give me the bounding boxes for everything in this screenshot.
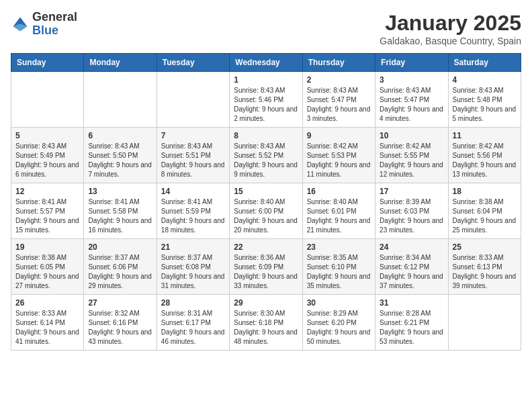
- day-info: Sunrise: 8:32 AMSunset: 6:16 PMDaylight:…: [88, 309, 152, 347]
- day-info: Sunrise: 8:38 AMSunset: 6:05 PMDaylight:…: [15, 253, 79, 291]
- day-info: Sunrise: 8:39 AMSunset: 6:03 PMDaylight:…: [380, 197, 443, 235]
- day-info: Sunrise: 8:28 AMSunset: 6:21 PMDaylight:…: [380, 309, 443, 347]
- day-number: 27: [88, 298, 152, 308]
- calendar-cell: 29Sunrise: 8:30 AMSunset: 6:18 PMDayligh…: [230, 295, 302, 351]
- calendar-cell: 27Sunrise: 8:32 AMSunset: 6:16 PMDayligh…: [84, 295, 157, 351]
- calendar-cell: 2Sunrise: 8:43 AMSunset: 5:47 PMDaylight…: [302, 72, 375, 128]
- day-number: 9: [307, 131, 371, 140]
- day-number: 28: [161, 298, 225, 308]
- weekday-header-friday: Friday: [375, 54, 448, 72]
- day-info: Sunrise: 8:40 AMSunset: 6:00 PMDaylight:…: [234, 197, 298, 235]
- day-number: 10: [380, 131, 443, 140]
- calendar-cell: 14Sunrise: 8:41 AMSunset: 5:59 PMDayligh…: [157, 183, 229, 239]
- day-info: Sunrise: 8:38 AMSunset: 6:04 PMDaylight:…: [453, 197, 517, 235]
- calendar-cell: 16Sunrise: 8:40 AMSunset: 6:01 PMDayligh…: [302, 183, 375, 239]
- calendar-cell: 13Sunrise: 8:41 AMSunset: 5:58 PMDayligh…: [84, 183, 157, 239]
- day-number: 18: [453, 187, 517, 196]
- calendar-cell: 9Sunrise: 8:42 AMSunset: 5:53 PMDaylight…: [302, 128, 375, 183]
- day-info: Sunrise: 8:43 AMSunset: 5:47 PMDaylight:…: [380, 86, 443, 124]
- day-info: Sunrise: 8:41 AMSunset: 5:57 PMDaylight:…: [15, 197, 79, 235]
- weekday-header-thursday: Thursday: [302, 54, 375, 72]
- calendar-cell: 6Sunrise: 8:43 AMSunset: 5:50 PMDaylight…: [84, 128, 157, 183]
- weekday-header-monday: Monday: [84, 54, 157, 72]
- calendar-week-row: 5Sunrise: 8:43 AMSunset: 5:49 PMDaylight…: [11, 128, 521, 183]
- day-info: Sunrise: 8:30 AMSunset: 6:18 PMDaylight:…: [234, 309, 298, 347]
- day-info: Sunrise: 8:34 AMSunset: 6:12 PMDaylight:…: [380, 253, 443, 291]
- title-block: January 2025 Galdakao, Basque Country, S…: [380, 11, 521, 46]
- day-number: 4: [453, 75, 517, 85]
- calendar-cell: 26Sunrise: 8:33 AMSunset: 6:14 PMDayligh…: [11, 295, 84, 351]
- calendar-cell: 20Sunrise: 8:37 AMSunset: 6:06 PMDayligh…: [84, 239, 157, 295]
- day-info: Sunrise: 8:42 AMSunset: 5:55 PMDaylight:…: [380, 142, 443, 179]
- day-info: Sunrise: 8:31 AMSunset: 6:17 PMDaylight:…: [161, 309, 225, 347]
- day-number: 31: [380, 298, 443, 308]
- calendar-cell: 7Sunrise: 8:43 AMSunset: 5:51 PMDaylight…: [157, 128, 229, 183]
- calendar-cell: 10Sunrise: 8:42 AMSunset: 5:55 PMDayligh…: [375, 128, 448, 183]
- day-number: 2: [307, 75, 371, 85]
- day-info: Sunrise: 8:43 AMSunset: 5:48 PMDaylight:…: [453, 86, 517, 124]
- day-info: Sunrise: 8:43 AMSunset: 5:50 PMDaylight:…: [88, 142, 152, 179]
- calendar-cell: 31Sunrise: 8:28 AMSunset: 6:21 PMDayligh…: [375, 295, 448, 351]
- calendar-week-row: 26Sunrise: 8:33 AMSunset: 6:14 PMDayligh…: [11, 295, 521, 351]
- day-number: 7: [161, 131, 225, 140]
- calendar-cell: 18Sunrise: 8:38 AMSunset: 6:04 PMDayligh…: [448, 183, 521, 239]
- day-info: Sunrise: 8:37 AMSunset: 6:06 PMDaylight:…: [88, 253, 152, 291]
- day-number: 19: [15, 242, 79, 252]
- logo-icon: [11, 15, 30, 34]
- day-number: 3: [380, 75, 443, 85]
- day-info: Sunrise: 8:43 AMSunset: 5:46 PMDaylight:…: [234, 86, 298, 124]
- day-number: 20: [88, 242, 152, 252]
- weekday-header-wednesday: Wednesday: [230, 54, 302, 72]
- calendar-cell: [84, 72, 157, 128]
- day-number: 23: [307, 242, 371, 252]
- day-number: 1: [234, 75, 298, 85]
- weekday-header-saturday: Saturday: [448, 54, 521, 72]
- day-number: 26: [15, 298, 79, 308]
- calendar-cell: 25Sunrise: 8:33 AMSunset: 6:13 PMDayligh…: [448, 239, 521, 295]
- logo-blue-text: Blue: [32, 24, 58, 37]
- calendar-cell: 11Sunrise: 8:42 AMSunset: 5:56 PMDayligh…: [448, 128, 521, 183]
- calendar-cell: 5Sunrise: 8:43 AMSunset: 5:49 PMDaylight…: [11, 128, 84, 183]
- logo: General Blue: [11, 11, 77, 38]
- day-info: Sunrise: 8:33 AMSunset: 6:13 PMDaylight:…: [453, 253, 517, 291]
- calendar-cell: 21Sunrise: 8:37 AMSunset: 6:08 PMDayligh…: [157, 239, 229, 295]
- day-info: Sunrise: 8:41 AMSunset: 5:58 PMDaylight:…: [88, 197, 152, 235]
- day-number: 25: [453, 242, 517, 252]
- month-title: January 2025: [380, 11, 521, 36]
- calendar-cell: 8Sunrise: 8:43 AMSunset: 5:52 PMDaylight…: [230, 128, 302, 183]
- calendar-cell: 15Sunrise: 8:40 AMSunset: 6:00 PMDayligh…: [230, 183, 302, 239]
- day-info: Sunrise: 8:43 AMSunset: 5:52 PMDaylight:…: [234, 142, 298, 179]
- calendar-cell: 28Sunrise: 8:31 AMSunset: 6:17 PMDayligh…: [157, 295, 229, 351]
- weekday-header-tuesday: Tuesday: [157, 54, 229, 72]
- calendar-cell: 3Sunrise: 8:43 AMSunset: 5:47 PMDaylight…: [375, 72, 448, 128]
- day-number: 12: [15, 187, 79, 196]
- day-number: 29: [234, 298, 298, 308]
- logo-general-text: General: [32, 10, 77, 24]
- calendar-cell: 12Sunrise: 8:41 AMSunset: 5:57 PMDayligh…: [11, 183, 84, 239]
- calendar-week-row: 19Sunrise: 8:38 AMSunset: 6:05 PMDayligh…: [11, 239, 521, 295]
- day-number: 8: [234, 131, 298, 140]
- day-info: Sunrise: 8:42 AMSunset: 5:56 PMDaylight:…: [453, 142, 517, 179]
- day-number: 17: [380, 187, 443, 196]
- calendar-cell: [11, 72, 84, 128]
- day-number: 30: [307, 298, 371, 308]
- day-info: Sunrise: 8:43 AMSunset: 5:51 PMDaylight:…: [161, 142, 225, 179]
- day-info: Sunrise: 8:35 AMSunset: 6:10 PMDaylight:…: [307, 253, 371, 291]
- day-number: 14: [161, 187, 225, 196]
- calendar-week-row: 12Sunrise: 8:41 AMSunset: 5:57 PMDayligh…: [11, 183, 521, 239]
- calendar-cell: [448, 295, 521, 351]
- day-number: 5: [15, 131, 79, 140]
- calendar-cell: [157, 72, 229, 128]
- day-number: 21: [161, 242, 225, 252]
- day-number: 11: [453, 131, 517, 140]
- day-info: Sunrise: 8:43 AMSunset: 5:49 PMDaylight:…: [15, 142, 79, 179]
- calendar-week-row: 1Sunrise: 8:43 AMSunset: 5:46 PMDaylight…: [11, 72, 521, 128]
- calendar-header-row: SundayMondayTuesdayWednesdayThursdayFrid…: [11, 54, 521, 72]
- calendar-cell: 17Sunrise: 8:39 AMSunset: 6:03 PMDayligh…: [375, 183, 448, 239]
- day-number: 15: [234, 187, 298, 196]
- calendar-cell: 30Sunrise: 8:29 AMSunset: 6:20 PMDayligh…: [302, 295, 375, 351]
- calendar-cell: 23Sunrise: 8:35 AMSunset: 6:10 PMDayligh…: [302, 239, 375, 295]
- calendar-cell: 4Sunrise: 8:43 AMSunset: 5:48 PMDaylight…: [448, 72, 521, 128]
- day-number: 24: [380, 242, 443, 252]
- day-number: 13: [88, 187, 152, 196]
